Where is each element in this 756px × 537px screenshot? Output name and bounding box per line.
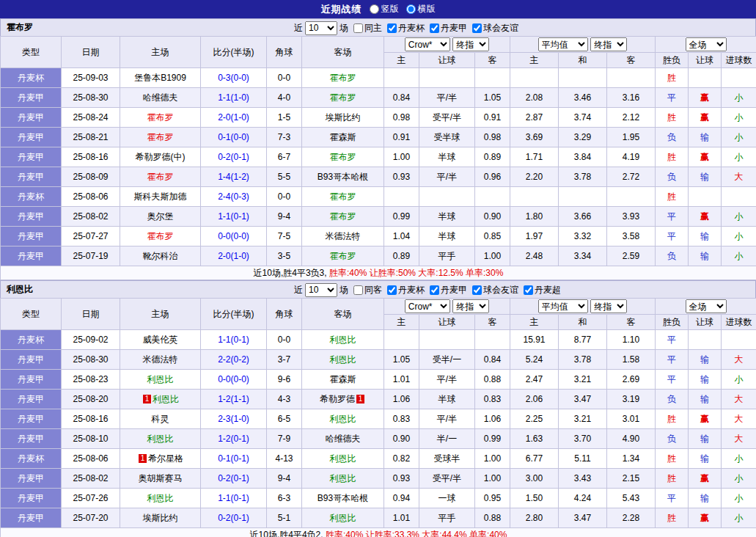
- league-cell: 丹麦甲: [1, 370, 62, 390]
- league-filter-checkbox[interactable]: [472, 23, 482, 33]
- away-team-name: 霍布罗: [330, 152, 356, 162]
- eu-draw-odds-cell: 3.46: [559, 88, 607, 108]
- corner-cell: 3-5: [267, 246, 302, 266]
- eu-away-odds-cell: 1.58: [607, 350, 656, 370]
- goals-result-cell: 大: [722, 429, 756, 449]
- league-filter-checkbox[interactable]: [387, 285, 397, 295]
- ah-home-odds-cell: 0.91: [384, 128, 419, 147]
- average-select[interactable]: 平均值: [538, 37, 588, 51]
- same-venue-filter-label: 同客: [364, 284, 382, 296]
- league-filter[interactable]: 丹麦超: [524, 284, 561, 296]
- result-group-header: 全场: [656, 37, 756, 53]
- score-cell[interactable]: 0-0(0-0): [201, 370, 267, 390]
- result-cell: 胜: [656, 108, 689, 128]
- match-count-select[interactable]: 10: [305, 283, 337, 297]
- layout-option-vertical[interactable]: 竖版: [370, 3, 399, 15]
- league-filter-checkbox[interactable]: [430, 23, 439, 33]
- ah-odds-group-header: Crow* 终指: [384, 299, 510, 315]
- col-header-eu-away: 客: [607, 53, 656, 68]
- away-team-cell: 埃斯比约: [302, 108, 384, 128]
- eu-draw-odds-cell: 3.66: [559, 207, 607, 227]
- ah-final-select[interactable]: 终指: [452, 299, 489, 313]
- section-header-team1: 霍布罗 近10场同主丹麦杯丹麦甲球会友谊: [0, 18, 756, 36]
- away-team-cell: 利恩比: [302, 330, 384, 350]
- score-cell[interactable]: 1-1(0-1): [201, 489, 267, 508]
- home-team-cell: 靴尔科治: [120, 246, 201, 266]
- score-cell[interactable]: 0-0(0-0): [201, 227, 267, 246]
- date-cell: 25-08-24: [62, 108, 120, 128]
- layout-option-horizontal[interactable]: 横版: [406, 3, 436, 15]
- eu-draw-odds-cell: 3.70: [559, 429, 607, 449]
- league-filter-label: 丹麦杯: [398, 22, 425, 34]
- score-cell[interactable]: 2-0(1-0): [201, 246, 267, 266]
- score-cell[interactable]: 1-4(1-2): [201, 167, 267, 187]
- home-team-cell: 霍布罗: [120, 167, 201, 187]
- league-filter[interactable]: 丹麦甲: [430, 284, 467, 296]
- vertical-layout-radio[interactable]: [370, 4, 379, 14]
- score-cell[interactable]: 1-1(1-0): [201, 88, 267, 108]
- score-cell[interactable]: 2-3(1-0): [201, 409, 267, 429]
- score-cell[interactable]: 0-2(0-1): [201, 508, 267, 528]
- handicap-result-cell: 输: [689, 227, 722, 246]
- score-cell[interactable]: 0-3(0-0): [201, 68, 267, 88]
- league-filter[interactable]: 球会友谊: [472, 284, 518, 296]
- result-group-header: 全场: [656, 299, 756, 315]
- result-cell: 平: [656, 88, 689, 108]
- bookmaker-select[interactable]: Crow*: [405, 37, 450, 51]
- handicap-result-cell: 输: [689, 167, 722, 187]
- ah-final-select[interactable]: 终指: [452, 37, 489, 51]
- away-team-name: 利恩比: [330, 513, 356, 523]
- eu-home-odds-cell: 1.50: [510, 489, 559, 508]
- away-team-cell: 米德法特: [302, 227, 384, 246]
- league-filter-checkbox[interactable]: [387, 23, 397, 33]
- league-filter[interactable]: 丹麦杯: [387, 22, 425, 34]
- bookmaker-select[interactable]: Crow*: [405, 299, 450, 313]
- home-team-name: 利恩比: [153, 394, 179, 404]
- eu-final-select[interactable]: 终指: [590, 299, 627, 313]
- scope-select[interactable]: 全场: [686, 299, 727, 313]
- same-venue-filter[interactable]: 同主: [353, 22, 382, 34]
- scope-select[interactable]: 全场: [686, 37, 727, 51]
- ah-home-odds-cell: 0.94: [384, 489, 419, 508]
- league-filter-label: 丹麦甲: [441, 284, 467, 296]
- col-header-home: 主场: [120, 299, 201, 330]
- same-venue-filter-checkbox[interactable]: [353, 285, 363, 295]
- score-cell[interactable]: 0-1(0-0): [201, 128, 267, 147]
- score-cell[interactable]: 2-2(0-2): [201, 350, 267, 370]
- ah-line-cell: 半球: [419, 207, 475, 227]
- goals-result-cell: 大: [722, 167, 756, 187]
- same-venue-filter-checkbox[interactable]: [353, 23, 363, 33]
- score-cell[interactable]: 2-4(0-3): [201, 187, 267, 207]
- col-header-result: 胜负: [656, 315, 689, 330]
- eu-final-select[interactable]: 终指: [590, 37, 627, 51]
- away-team-cell: 利恩比: [302, 409, 384, 429]
- goals-result-cell: 小: [722, 227, 756, 246]
- league-filter-checkbox[interactable]: [472, 285, 482, 295]
- score-cell[interactable]: 1-2(1-1): [201, 390, 267, 409]
- league-filter[interactable]: 丹麦杯: [387, 284, 425, 296]
- league-filter[interactable]: 丹麦甲: [430, 22, 467, 34]
- score-cell[interactable]: 0-2(0-1): [201, 469, 267, 489]
- handicap-result-cell: [689, 187, 722, 207]
- league-filter-checkbox[interactable]: [430, 285, 439, 295]
- goals-result-cell: 小: [722, 128, 756, 147]
- horizontal-layout-radio[interactable]: [406, 4, 416, 14]
- score-cell[interactable]: 2-0(1-0): [201, 108, 267, 128]
- date-cell: 25-08-21: [62, 128, 120, 147]
- score-cell[interactable]: 1-1(0-1): [201, 330, 267, 350]
- score-cell[interactable]: 0-2(0-1): [201, 147, 267, 167]
- score-cell[interactable]: 0-1(0-1): [201, 449, 267, 469]
- handicap-result-cell: 赢: [689, 108, 722, 128]
- average-select[interactable]: 平均值: [538, 299, 588, 313]
- league-filter-checkbox[interactable]: [524, 285, 533, 295]
- score-cell[interactable]: 1-2(0-1): [201, 429, 267, 449]
- col-header-eu-draw: 和: [559, 53, 607, 68]
- eu-away-odds-cell: 2.12: [607, 108, 656, 128]
- away-team-cell: 希勒罗德1: [302, 390, 384, 409]
- home-team-name: 霍布罗: [147, 132, 174, 142]
- same-venue-filter[interactable]: 同客: [353, 284, 382, 296]
- match-count-select[interactable]: 10: [305, 21, 337, 35]
- match-row: 丹麦甲25-08-30哈维德夫1-1(1-0)4-0霍布罗0.84平/半1.05…: [1, 88, 756, 108]
- score-cell[interactable]: 1-1(0-1): [201, 207, 267, 227]
- league-filter[interactable]: 球会友谊: [472, 22, 518, 34]
